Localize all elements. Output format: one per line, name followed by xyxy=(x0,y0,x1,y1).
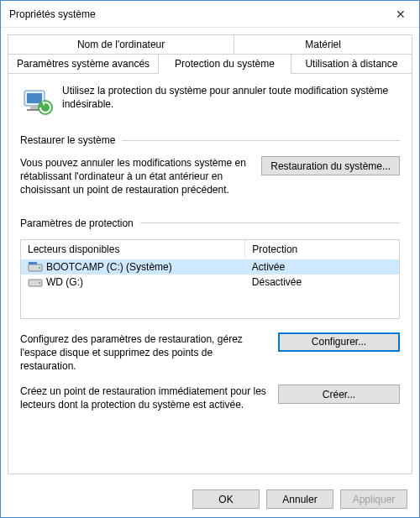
intro-text: Utilisez la protection du système pour a… xyxy=(62,84,400,118)
tab-strip: Nom de l'ordinateur Matériel Paramètres … xyxy=(8,34,412,73)
drive-row[interactable]: BOOTCAMP (C:) (Système) Activée xyxy=(21,259,399,275)
window-title: Propriétés système xyxy=(9,8,381,20)
configure-description: Configurez des paramètres de restauratio… xyxy=(20,332,268,374)
system-protection-icon xyxy=(20,84,54,118)
system-properties-window: Propriétés système ✕ Nom de l'ordinateur… xyxy=(0,0,420,518)
cancel-button[interactable]: Annuler xyxy=(266,489,333,509)
svg-rect-6 xyxy=(29,262,37,264)
intro-block: Utilisez la protection du système pour a… xyxy=(20,84,400,118)
col-header-protection[interactable]: Protection xyxy=(245,240,399,259)
drive-icon xyxy=(28,261,43,273)
protection-title: Paramètres de protection xyxy=(20,217,134,229)
svg-rect-1 xyxy=(27,93,42,103)
close-icon: ✕ xyxy=(396,8,406,21)
tab-computer-name[interactable]: Nom de l'ordinateur xyxy=(8,34,234,54)
system-restore-button[interactable]: Restauration du système... xyxy=(261,156,400,175)
titlebar: Propriétés système ✕ xyxy=(1,1,419,28)
drive-icon xyxy=(28,276,43,288)
ok-button[interactable]: OK xyxy=(192,489,260,509)
drives-body: BOOTCAMP (C:) (Système) Activée WD (G:) … xyxy=(21,259,399,318)
drive-name: WD (G:) xyxy=(46,276,83,288)
divider xyxy=(140,222,400,223)
close-button[interactable]: ✕ xyxy=(381,1,419,28)
content-area: Nom de l'ordinateur Matériel Paramètres … xyxy=(1,28,419,481)
tab-advanced[interactable]: Paramètres système avancés xyxy=(8,54,158,73)
apply-button[interactable]: Appliquer xyxy=(340,489,407,509)
drive-row[interactable]: WD (G:) Désactivée xyxy=(21,275,399,290)
create-button[interactable]: Créer... xyxy=(278,385,400,404)
tab-system-protection[interactable]: Protection du système xyxy=(158,54,291,74)
create-description: Créez un point de restauration immédiate… xyxy=(20,385,268,411)
restore-section: Restaurer le système Vous pouvez annuler… xyxy=(20,134,400,209)
drive-protection: Désactivée xyxy=(245,275,399,290)
restore-title: Restaurer le système xyxy=(20,134,115,146)
protection-section: Paramètres de protection Lecteurs dispon… xyxy=(20,217,400,455)
drive-protection: Activée xyxy=(245,259,399,275)
drive-name: BOOTCAMP (C:) (Système) xyxy=(46,261,172,273)
drives-header: Lecteurs disponibles Protection xyxy=(21,240,399,259)
configure-button[interactable]: Configurer... xyxy=(278,332,400,352)
dialog-buttons: OK Annuler Appliquer xyxy=(1,481,419,517)
tab-remote[interactable]: Utilisation à distance xyxy=(291,54,412,73)
tab-panel: Utilisez la protection du système pour a… xyxy=(8,73,412,474)
restore-description: Vous pouvez annuler les modifications sy… xyxy=(20,156,251,197)
divider xyxy=(122,140,400,141)
col-header-drives[interactable]: Lecteurs disponibles xyxy=(21,240,245,259)
tab-hardware[interactable]: Matériel xyxy=(234,34,412,54)
svg-point-9 xyxy=(39,282,40,284)
drives-list: Lecteurs disponibles Protection BOOTCAMP… xyxy=(20,239,400,319)
svg-point-7 xyxy=(39,267,40,269)
svg-rect-2 xyxy=(30,106,39,109)
